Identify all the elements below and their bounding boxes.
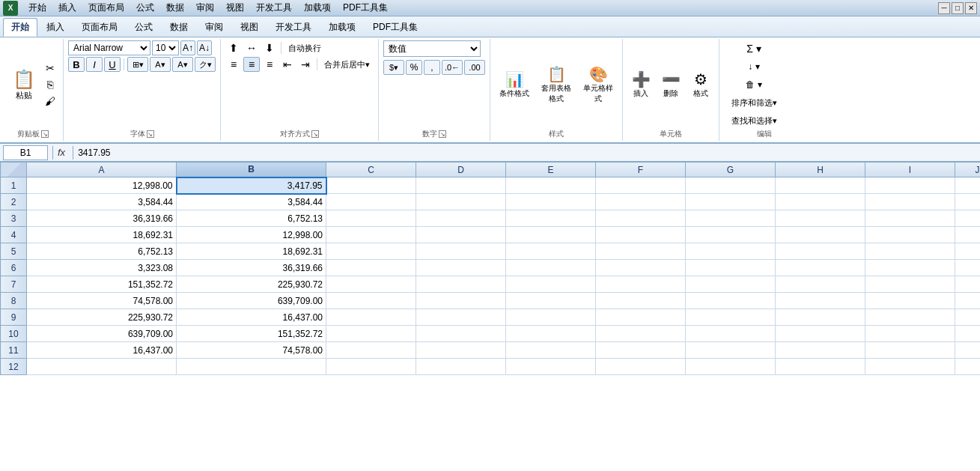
increase-indent-button[interactable]: ⇥ bbox=[297, 57, 314, 72]
cell-9-e[interactable] bbox=[506, 309, 596, 326]
col-header-b[interactable]: B bbox=[177, 162, 326, 177]
cell-6-i[interactable] bbox=[865, 260, 955, 276]
table-format-button[interactable]: 📋 套用表格格式 bbox=[537, 63, 576, 106]
cell-2-j[interactable] bbox=[955, 194, 981, 210]
cell-8-d[interactable] bbox=[416, 293, 506, 309]
cell-8-f[interactable] bbox=[596, 293, 686, 309]
col-header-c[interactable]: C bbox=[326, 162, 416, 177]
format-button[interactable]: ⚙ 格式 bbox=[687, 65, 714, 104]
cell-6-a[interactable]: 3,323.08 bbox=[27, 260, 177, 276]
cell-9-i[interactable] bbox=[865, 309, 955, 326]
cell-7-j[interactable] bbox=[955, 276, 981, 293]
cell-8-i[interactable] bbox=[865, 293, 955, 309]
cell-8-e[interactable] bbox=[506, 293, 596, 309]
decrease-indent-button[interactable]: ⇤ bbox=[279, 57, 296, 72]
row-header-8[interactable]: 8 bbox=[1, 293, 27, 309]
col-header-g[interactable]: G bbox=[686, 162, 776, 177]
cell-6-c[interactable] bbox=[326, 260, 416, 276]
comma-button[interactable]: , bbox=[424, 60, 440, 75]
menu-item-插入[interactable]: 插入 bbox=[52, 0, 82, 16]
menu-item-加载项[interactable]: 加载项 bbox=[298, 0, 337, 16]
cell-11-e[interactable] bbox=[506, 342, 596, 359]
middle-align-button[interactable]: ↔ bbox=[243, 40, 260, 55]
cell-3-d[interactable] bbox=[416, 210, 506, 227]
cell-10-a[interactable]: 639,709.00 bbox=[27, 326, 177, 342]
cell-12-i[interactable] bbox=[865, 359, 955, 375]
cell-1-f[interactable] bbox=[596, 177, 686, 194]
menu-item-PDF工具集[interactable]: PDF工具集 bbox=[337, 0, 394, 16]
cell-12-b[interactable] bbox=[177, 359, 326, 375]
cell-4-g[interactable] bbox=[686, 227, 776, 243]
cell-8-a[interactable]: 74,578.00 bbox=[27, 293, 177, 309]
row-header-1[interactable]: 1 bbox=[1, 177, 27, 194]
cell-6-f[interactable] bbox=[596, 260, 686, 276]
cell-1-g[interactable] bbox=[686, 177, 776, 194]
cell-5-j[interactable] bbox=[955, 243, 981, 260]
cell-2-b[interactable]: 3,584.44 bbox=[177, 194, 326, 210]
cell-9-f[interactable] bbox=[596, 309, 686, 326]
cell-7-b[interactable]: 225,930.72 bbox=[177, 276, 326, 293]
row-header-5[interactable]: 5 bbox=[1, 243, 27, 260]
ribbon-tab-公式[interactable]: 公式 bbox=[127, 18, 161, 37]
ribbon-tab-插入[interactable]: 插入 bbox=[38, 18, 73, 37]
cell-3-j[interactable] bbox=[955, 210, 981, 227]
border-button[interactable]: ⊞▾ bbox=[127, 57, 148, 72]
cell-9-g[interactable] bbox=[686, 309, 776, 326]
col-header-h[interactable]: H bbox=[776, 162, 865, 177]
char-spacing-button[interactable]: ク▾ bbox=[195, 57, 216, 72]
font-color-button[interactable]: A▾ bbox=[172, 57, 193, 72]
cell-11-j[interactable] bbox=[955, 342, 981, 359]
cell-7-h[interactable] bbox=[776, 276, 865, 293]
cell-4-b[interactable]: 12,998.00 bbox=[177, 227, 326, 243]
cell-11-c[interactable] bbox=[326, 342, 416, 359]
cell-2-g[interactable] bbox=[686, 194, 776, 210]
cell-2-c[interactable] bbox=[326, 194, 416, 210]
cell-6-j[interactable] bbox=[955, 260, 981, 276]
cell-5-g[interactable] bbox=[686, 243, 776, 260]
menu-item-公式[interactable]: 公式 bbox=[130, 0, 160, 16]
row-header-12[interactable]: 12 bbox=[1, 359, 27, 375]
fill-button[interactable]: ↓ ▾ bbox=[724, 58, 784, 75]
row-header-7[interactable]: 7 bbox=[1, 276, 27, 293]
number-format-select[interactable]: 数值 bbox=[383, 40, 481, 57]
menu-item-开始[interactable]: 开始 bbox=[22, 0, 52, 16]
cut-button[interactable]: ✂ bbox=[42, 61, 58, 76]
cell-5-f[interactable] bbox=[596, 243, 686, 260]
col-header-e[interactable]: E bbox=[506, 162, 596, 177]
cell-3-a[interactable]: 36,319.66 bbox=[27, 210, 177, 227]
col-header-i[interactable]: I bbox=[865, 162, 955, 177]
cell-10-h[interactable] bbox=[776, 326, 865, 342]
cell-reference-input[interactable]: B1 bbox=[3, 145, 48, 160]
cell-5-b[interactable]: 18,692.31 bbox=[177, 243, 326, 260]
cell-3-c[interactable] bbox=[326, 210, 416, 227]
find-select-button[interactable]: 查找和选择▾ bbox=[724, 112, 784, 129]
clear-button[interactable]: 🗑 ▾ bbox=[724, 76, 784, 93]
font-expand-icon[interactable]: ↘ bbox=[147, 130, 154, 138]
copy-button[interactable]: ⎘ bbox=[42, 77, 58, 92]
cell-8-b[interactable]: 639,709.00 bbox=[177, 293, 326, 309]
sort-filter-button[interactable]: 排序和筛选▾ bbox=[724, 94, 784, 111]
decrease-decimal-button[interactable]: .0← bbox=[442, 60, 463, 75]
cell-1-i[interactable] bbox=[865, 177, 955, 194]
cell-7-f[interactable] bbox=[596, 276, 686, 293]
cell-11-b[interactable]: 74,578.00 bbox=[177, 342, 326, 359]
cell-7-i[interactable] bbox=[865, 276, 955, 293]
cell-12-e[interactable] bbox=[506, 359, 596, 375]
cell-5-c[interactable] bbox=[326, 243, 416, 260]
cell-10-i[interactable] bbox=[865, 326, 955, 342]
cell-11-i[interactable] bbox=[865, 342, 955, 359]
menu-item-视图[interactable]: 视图 bbox=[220, 0, 250, 16]
cell-11-g[interactable] bbox=[686, 342, 776, 359]
top-align-button[interactable]: ⬆ bbox=[225, 40, 242, 55]
font-size-select[interactable]: 10 bbox=[152, 40, 179, 55]
cell-3-g[interactable] bbox=[686, 210, 776, 227]
underline-button[interactable]: U bbox=[104, 57, 121, 72]
decrease-font-button[interactable]: A↓ bbox=[197, 40, 212, 55]
ribbon-tab-开始[interactable]: 开始 bbox=[3, 18, 37, 37]
cell-12-a[interactable] bbox=[27, 359, 177, 375]
minimize-button[interactable]: ─ bbox=[938, 2, 950, 14]
merge-center-button[interactable]: 合并后居中▾ bbox=[320, 57, 374, 72]
cell-6-g[interactable] bbox=[686, 260, 776, 276]
row-header-11[interactable]: 11 bbox=[1, 342, 27, 359]
font-name-select[interactable]: Arial Narrow bbox=[68, 40, 150, 55]
